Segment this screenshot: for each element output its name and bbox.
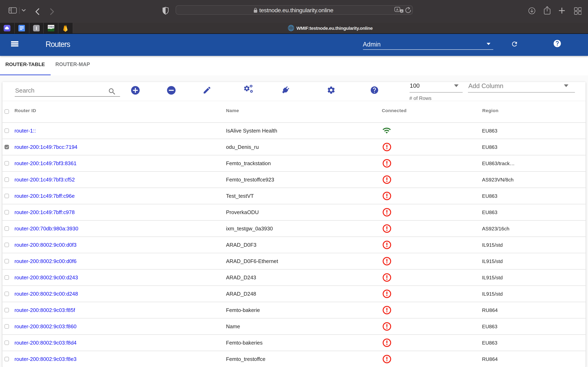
svg-text:USDA: USDA bbox=[48, 25, 54, 28]
svg-text:x: x bbox=[401, 9, 402, 12]
svg-text:A: A bbox=[396, 8, 398, 11]
